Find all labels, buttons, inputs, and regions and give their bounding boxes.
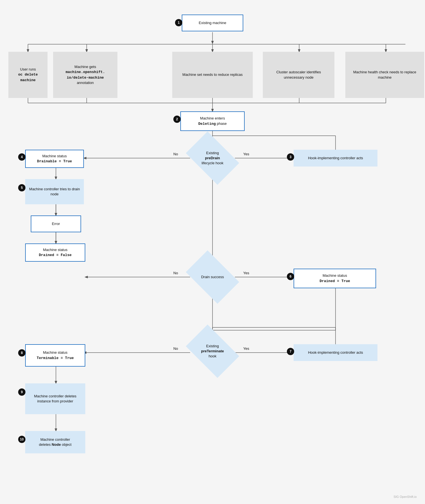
machine-gets-box: Machine getsmachine.openshift. io/delete… [53, 52, 117, 98]
preterminate-diamond: ExistingpreTerminatehook [190, 336, 235, 367]
machine-deleting-box: Machine entersDeleting phase [180, 111, 245, 131]
deletes-node-label: Machine controllerdeletes Node object [39, 437, 71, 447]
badge-6: 6 [287, 273, 294, 280]
hook-controller-7-box: Hook-implementing controller acts [294, 344, 377, 361]
error-box: Error [31, 215, 81, 232]
hook-controller-7-label: Hook-implementing controller acts [308, 350, 363, 355]
preterminate-yes-label: Yes [243, 346, 249, 351]
user-runs-box: User runsoc delete machine [8, 52, 48, 98]
diagram-container: Yes No Yes No Yes No Existing machine 1 … [0, 0, 425, 504]
deletes-node-box: Machine controllerdeletes Node object [25, 431, 85, 453]
badge-1: 1 [175, 19, 182, 26]
tries-drain-label: Machine controller tries to drain node [29, 187, 80, 197]
predrain-no-label: No [173, 152, 178, 156]
badge-9: 9 [18, 388, 25, 396]
drain-no-label: No [173, 271, 178, 275]
drained-false-label: Machine statusDrained = False [39, 247, 72, 258]
terminable-true-box: Machine statusTerminable = True [25, 344, 85, 367]
drained-false-box: Machine statusDrained = False [25, 243, 85, 262]
badge-5: 5 [18, 184, 25, 191]
watermark: SIG OpenShift.io [393, 495, 417, 498]
deletes-instance-label: Machine controller deletes instance from… [29, 394, 81, 404]
hook-controller-3-label: Hook-implementing controller acts [308, 156, 363, 161]
machine-set-box: Machine set needs to reduce replicas [172, 52, 253, 98]
machine-health-check-label: Machine health check needs to replace ma… [349, 70, 420, 80]
drained-true-label: Machine statusDrained = True [320, 273, 350, 283]
existing-machine-box: Existing machine [182, 15, 243, 31]
machine-deleting-label: Machine entersDeleting phase [198, 116, 226, 126]
drain-success-label: Drain success [201, 275, 224, 280]
predrain-label: ExistingpreDrainlifecycle hook [202, 151, 223, 166]
drain-success-diamond: Drain success [190, 262, 235, 292]
machine-gets-label: Machine getsmachine.openshift. io/delete… [57, 64, 114, 85]
badge-2: 2 [173, 116, 181, 123]
cluster-autoscaler-label: Cluster autoscaler identifies unnecessar… [267, 70, 330, 80]
terminable-true-label: Machine statusTerminable = True [37, 350, 74, 360]
hook-controller-3-box: Hook-implementing controller acts [294, 150, 377, 167]
badge-7: 7 [287, 348, 294, 355]
machine-health-check-box: Machine health check needs to replace ma… [345, 52, 424, 98]
drained-true-box: Machine statusDrained = True [294, 269, 376, 288]
user-runs-label: User runsoc delete machine [12, 67, 44, 83]
tries-drain-box: Machine controller tries to drain node [25, 179, 84, 204]
cluster-autoscaler-box: Cluster autoscaler identifies unnecessar… [263, 52, 334, 98]
drainable-true-box: Machine statusDrainable = True [25, 150, 84, 168]
deletes-instance-box: Machine controller deletes instance from… [25, 383, 85, 414]
badge-4: 4 [18, 153, 25, 161]
badge-10: 10 [18, 436, 25, 443]
predrain-diamond: ExistingpreDrainlifecycle hook [190, 143, 235, 174]
preterminate-label: ExistingpreTerminatehook [201, 344, 224, 359]
machine-set-label: Machine set needs to reduce replicas [182, 72, 242, 77]
drain-yes-label: Yes [243, 271, 249, 275]
drainable-true-label: Machine statusDrainable = True [37, 154, 72, 164]
badge-3: 3 [287, 153, 294, 161]
error-label: Error [52, 221, 60, 226]
badge-8: 8 [18, 349, 25, 357]
preterminate-no-label: No [173, 346, 178, 351]
existing-machine-label: Existing machine [199, 20, 226, 25]
predrain-yes-label: Yes [243, 152, 249, 156]
